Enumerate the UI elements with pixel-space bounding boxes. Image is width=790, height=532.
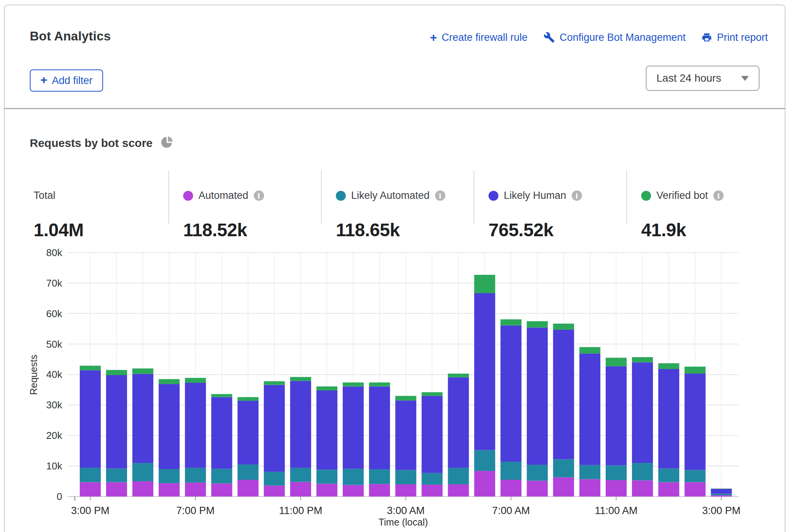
bar-segment-automated[interactable] (579, 479, 600, 497)
bar-segment-verified-bot[interactable] (316, 387, 337, 390)
bar-segment-likely-human[interactable] (448, 377, 469, 468)
bar-segment-likely-human[interactable] (369, 387, 390, 469)
bar-segment-automated[interactable] (159, 483, 180, 497)
bar-segment-likely-human[interactable] (711, 489, 732, 494)
bar-segment-likely-human[interactable] (132, 374, 153, 463)
bar-segment-likely-automated[interactable] (579, 465, 600, 479)
bar-segment-likely-automated[interactable] (474, 450, 495, 471)
bar-segment-likely-automated[interactable] (369, 469, 390, 484)
bar-segment-verified-bot[interactable] (185, 378, 206, 383)
bar-segment-automated[interactable] (264, 485, 285, 497)
info-icon[interactable]: i (435, 190, 445, 201)
info-icon[interactable]: i (713, 190, 724, 201)
bar-segment-likely-automated[interactable] (606, 466, 627, 480)
bar-segment-likely-automated[interactable] (658, 468, 679, 482)
bar-segment-verified-bot[interactable] (395, 396, 416, 400)
bar-segment-likely-human[interactable] (159, 384, 180, 469)
bar-segment-likely-human[interactable] (80, 370, 101, 468)
bar-segment-automated[interactable] (185, 482, 206, 497)
bar-segment-likely-human[interactable] (395, 400, 416, 470)
add-filter-button[interactable]: + Add filter (30, 69, 103, 92)
bar-segment-likely-human[interactable] (500, 326, 521, 462)
bar-segment-verified-bot[interactable] (343, 382, 364, 386)
bar-segment-verified-bot[interactable] (527, 321, 548, 328)
bar-segment-verified-bot[interactable] (264, 381, 285, 385)
bar-segment-likely-human[interactable] (316, 390, 337, 470)
bar-segment-automated[interactable] (316, 484, 337, 497)
bar-segment-likely-human[interactable] (685, 374, 706, 470)
bar-segment-likely-human[interactable] (553, 330, 574, 459)
bar-segment-verified-bot[interactable] (474, 275, 495, 293)
bar-segment-verified-bot[interactable] (106, 370, 127, 375)
bar-segment-automated[interactable] (685, 482, 706, 497)
bar-segment-likely-automated[interactable] (448, 468, 469, 484)
bar-segment-likely-automated[interactable] (106, 468, 127, 482)
bar-segment-likely-automated[interactable] (290, 468, 311, 482)
bar-segment-verified-bot[interactable] (290, 377, 311, 381)
bar-segment-likely-automated[interactable] (685, 470, 706, 482)
bar-segment-likely-automated[interactable] (395, 470, 416, 484)
bar-segment-verified-bot[interactable] (369, 382, 390, 386)
bar-segment-automated[interactable] (527, 480, 548, 497)
bar-segment-verified-bot[interactable] (422, 392, 443, 396)
bar-segment-verified-bot[interactable] (237, 397, 258, 401)
bar-segment-likely-automated[interactable] (80, 468, 101, 482)
bar-segment-likely-automated[interactable] (211, 469, 232, 483)
bar-segment-verified-bot[interactable] (80, 366, 101, 370)
bar-segment-likely-automated[interactable] (422, 473, 443, 484)
bar-segment-likely-human[interactable] (527, 327, 548, 465)
bar-segment-likely-human[interactable] (343, 387, 364, 469)
bar-segment-likely-human[interactable] (264, 385, 285, 472)
bar-segment-verified-bot[interactable] (500, 319, 521, 326)
bar-segment-likely-automated[interactable] (343, 469, 364, 485)
bar-segment-automated[interactable] (369, 484, 390, 497)
bar-segment-likely-automated[interactable] (185, 468, 206, 482)
bar-segment-automated[interactable] (711, 495, 732, 497)
bar-segment-likely-automated[interactable] (237, 464, 258, 480)
bar-segment-verified-bot[interactable] (579, 347, 600, 353)
bar-segment-verified-bot[interactable] (658, 363, 679, 369)
bar-segment-verified-bot[interactable] (606, 358, 627, 366)
bar-segment-automated[interactable] (422, 485, 443, 497)
time-range-dropdown[interactable]: Last 24 hours (646, 66, 759, 91)
bar-segment-automated[interactable] (553, 477, 574, 497)
bar-segment-verified-bot[interactable] (685, 367, 706, 374)
bar-segment-likely-automated[interactable] (264, 472, 285, 485)
bar-segment-verified-bot[interactable] (448, 374, 469, 377)
bar-segment-likely-automated[interactable] (132, 463, 153, 481)
bar-segment-likely-human[interactable] (606, 366, 627, 466)
bar-segment-automated[interactable] (132, 481, 153, 497)
bar-segment-likely-human[interactable] (211, 397, 232, 469)
bar-segment-likely-human[interactable] (632, 362, 653, 463)
bar-segment-automated[interactable] (80, 482, 101, 497)
bar-segment-likely-human[interactable] (290, 381, 311, 468)
bar-segment-automated[interactable] (211, 484, 232, 497)
bar-segment-verified-bot[interactable] (553, 324, 574, 330)
bar-segment-automated[interactable] (343, 485, 364, 497)
bar-segment-likely-automated[interactable] (632, 463, 653, 480)
bar-segment-automated[interactable] (658, 482, 679, 497)
bar-segment-verified-bot[interactable] (632, 357, 653, 363)
bar-segment-likely-human[interactable] (237, 401, 258, 464)
bar-segment-likely-automated[interactable] (553, 459, 574, 477)
bar-segment-likely-automated[interactable] (316, 470, 337, 484)
bar-segment-likely-human[interactable] (474, 293, 495, 450)
create-firewall-rule-link[interactable]: + Create firewall rule (430, 32, 527, 44)
bar-segment-automated[interactable] (606, 480, 627, 497)
bar-segment-automated[interactable] (395, 484, 416, 497)
bar-segment-automated[interactable] (237, 480, 258, 497)
bar-segment-likely-human[interactable] (185, 383, 206, 468)
bar-segment-likely-automated[interactable] (159, 469, 180, 483)
info-icon[interactable]: i (254, 190, 264, 201)
bar-segment-verified-bot[interactable] (132, 368, 153, 374)
bar-segment-automated[interactable] (106, 482, 127, 497)
bar-segment-likely-automated[interactable] (711, 494, 732, 495)
print-report-link[interactable]: Print report (701, 32, 768, 44)
bar-segment-verified-bot[interactable] (159, 379, 180, 384)
configure-bot-management-link[interactable]: Configure Bot Management (543, 32, 685, 44)
info-icon[interactable]: i (572, 190, 582, 201)
bar-segment-likely-human[interactable] (658, 369, 679, 468)
bar-segment-automated[interactable] (632, 480, 653, 497)
bar-segment-likely-automated[interactable] (527, 465, 548, 481)
bar-segment-likely-human[interactable] (422, 396, 443, 473)
